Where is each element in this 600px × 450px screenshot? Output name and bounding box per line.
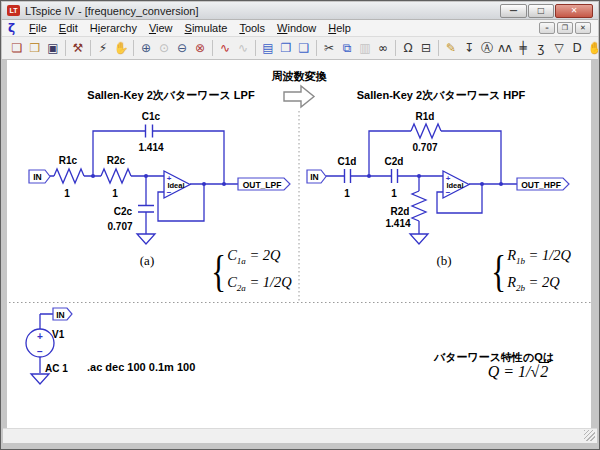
port-lpf-out[interactable]: OUT_LPF: [238, 178, 290, 190]
svg-text:C1d: C1d: [338, 156, 357, 167]
menu-tools[interactable]: Tools: [233, 21, 271, 35]
circuit-hpf: Sallen-Key 2次バターワース HPF IN C1d 1: [307, 89, 569, 268]
schematic-doc-icon: ζ: [8, 20, 15, 36]
zoom-out-icon[interactable]: ⊖: [173, 38, 191, 58]
svg-text:1: 1: [112, 188, 118, 199]
toolbar-separator: [316, 40, 317, 56]
subfig-a: (a): [140, 253, 154, 268]
svg-text:AC 1: AC 1: [45, 363, 68, 374]
app-logo-icon: LT: [7, 5, 20, 16]
port-lpf-in[interactable]: IN: [29, 170, 50, 183]
find-icon[interactable]: ∞: [374, 38, 392, 58]
formula-hpf: { R1b = 1/2Q R2b = 2Q: [488, 245, 571, 299]
mdi-restore-button[interactable]: ❐: [557, 22, 573, 34]
port-hpf-out[interactable]: OUT_HPF: [517, 178, 569, 190]
toolbar-separator: [133, 40, 134, 56]
menu-view[interactable]: View: [143, 21, 179, 35]
resistor-R1d[interactable]: R1d 0.707: [411, 111, 441, 153]
control-panel-icon[interactable]: ⚒: [69, 38, 87, 58]
cut-icon[interactable]: ✂: [320, 38, 338, 58]
voltage-source-V1[interactable]: + − IN V1 AC 1: [26, 308, 72, 384]
svg-text:C1c: C1c: [142, 111, 161, 122]
paste-icon[interactable]: ▥: [356, 38, 374, 58]
conversion-arrow: 周波数変換: [271, 70, 328, 107]
waveform-pane-icon[interactable]: ∿: [234, 38, 252, 58]
minimize-button[interactable]: —: [500, 4, 527, 18]
svg-text:IN: IN: [310, 172, 319, 182]
zoom-in-icon[interactable]: ⊕: [137, 38, 155, 58]
circuit-lpf: Sallen-Key 2次バターワース LPF IN R1c 1: [29, 89, 290, 268]
resize-grip-icon[interactable]: [584, 430, 595, 441]
capacitor-C2d[interactable]: C2d 1: [385, 156, 404, 199]
svg-text:+: +: [37, 331, 43, 342]
run-icon[interactable]: ⚡: [94, 38, 112, 58]
capacitor-C1c[interactable]: C1c 1.414: [138, 111, 163, 153]
menu-window[interactable]: Window: [271, 21, 322, 35]
conversion-label: 周波数変換: [271, 70, 328, 82]
svg-text:OUT_LPF: OUT_LPF: [243, 180, 282, 190]
diode-icon[interactable]: ▽: [550, 38, 568, 58]
copy-icon[interactable]: ⧉: [338, 38, 356, 58]
cascade-windows-icon[interactable]: ❑: [295, 38, 313, 58]
spice-directive[interactable]: .ac dec 100 0.1m 100: [87, 361, 195, 373]
toolbar-separator: [90, 40, 91, 56]
ground-icon[interactable]: ↧: [460, 38, 478, 58]
svg-text:1: 1: [344, 188, 350, 199]
svg-text:IN: IN: [33, 172, 42, 182]
resistor-icon[interactable]: ʌʌ: [496, 38, 514, 58]
resistor-R1c[interactable]: R1c 1: [54, 155, 84, 199]
draw-wire-icon[interactable]: ✎: [442, 38, 460, 58]
svg-text:1.414: 1.414: [138, 142, 163, 153]
net-label-icon[interactable]: Ⓐ: [478, 38, 496, 58]
menubar: ζ File Edit Hierarchy View Simulate Tool…: [2, 20, 598, 37]
svg-text:−: −: [37, 346, 43, 357]
capacitor-icon[interactable]: ╪: [514, 38, 532, 58]
svg-text:Ideal: Ideal: [167, 181, 184, 190]
menu-file[interactable]: File: [23, 21, 53, 35]
opamp-lpf[interactable]: + − Ideal: [164, 171, 190, 198]
component-icon[interactable]: D: [568, 38, 586, 58]
halt-icon[interactable]: ✋: [112, 38, 130, 58]
zoom-extents-icon[interactable]: ⊗: [191, 38, 209, 58]
capacitor-C1d[interactable]: C1d 1: [338, 156, 357, 199]
menu-help[interactable]: Help: [322, 21, 357, 35]
menu-hierarchy[interactable]: Hierarchy: [84, 21, 143, 35]
menu-edit[interactable]: Edit: [53, 21, 84, 35]
close-button[interactable]: ✕: [555, 4, 593, 18]
svg-text:V1: V1: [52, 329, 65, 340]
tile-vertical-icon[interactable]: ❐: [277, 38, 295, 58]
mdi-close-button[interactable]: ✕: [575, 22, 591, 34]
svg-text:1: 1: [391, 188, 397, 199]
svg-text:0.707: 0.707: [107, 221, 132, 232]
port-source-in[interactable]: IN: [53, 308, 72, 320]
tile-horizontal-icon[interactable]: ▤: [259, 38, 277, 58]
mdi-minimize-button[interactable]: –: [539, 22, 555, 34]
maximize-button[interactable]: □: [528, 4, 554, 18]
svg-text:OUT_HPF: OUT_HPF: [521, 180, 561, 190]
ground-symbol[interactable]: [137, 234, 155, 244]
menu-simulate[interactable]: Simulate: [179, 21, 234, 35]
padlock-icon[interactable]: Ω: [399, 38, 417, 58]
svg-text:0.707: 0.707: [412, 142, 437, 153]
waveform-icon[interactable]: ∿: [216, 38, 234, 58]
resistor-R2c[interactable]: R2c 1: [101, 155, 131, 199]
svg-text:1.414: 1.414: [385, 218, 410, 229]
ltspice-window: LT LTspice IV - [frequency_conversion] —…: [0, 0, 600, 450]
toolbar-separator: [65, 40, 66, 56]
toolbar-separator: [255, 40, 256, 56]
svg-text:R1d: R1d: [416, 111, 435, 122]
capacitor-C2c[interactable]: C2c 0.707: [107, 206, 154, 233]
save-icon[interactable]: ▣: [44, 38, 62, 58]
statusbar: [3, 428, 597, 443]
print-icon[interactable]: ⊟: [417, 38, 435, 58]
svg-text:C2d: C2d: [385, 156, 404, 167]
svg-text:R1c: R1c: [59, 155, 78, 166]
port-hpf-in[interactable]: IN: [307, 170, 326, 183]
open-icon[interactable]: ❒: [26, 38, 44, 58]
ground-symbol[interactable]: [410, 234, 428, 244]
opamp-hpf[interactable]: + − Ideal: [443, 171, 469, 198]
move-icon[interactable]: ✋: [586, 38, 598, 58]
inductor-icon[interactable]: ʒ: [532, 38, 550, 58]
new-schematic-icon[interactable]: ❏: [8, 38, 26, 58]
zoom-back-icon[interactable]: ⊙: [155, 38, 173, 58]
